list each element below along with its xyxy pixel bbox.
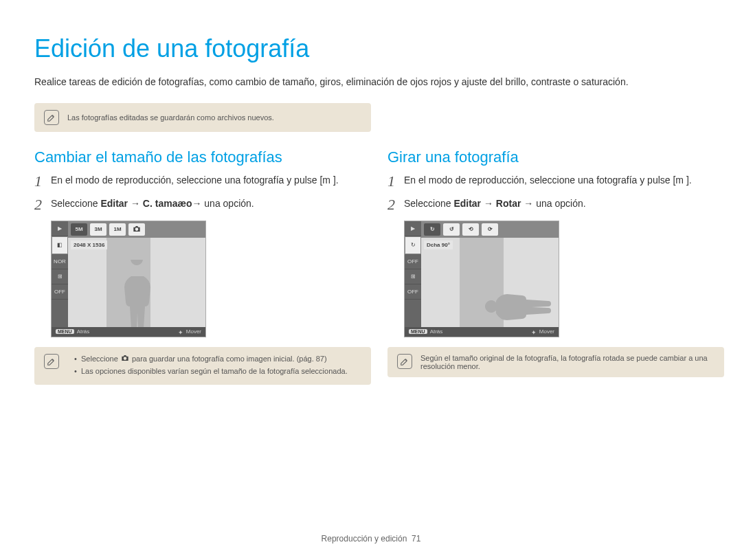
screen-footer: MENU Atrás Mover: [52, 327, 205, 337]
step-prefix: Seleccione: [51, 198, 100, 209]
note-item: Seleccione para guardar una fotografía c…: [74, 354, 348, 365]
action-label: C. tamaæo: [143, 198, 192, 209]
pencil-icon: [44, 110, 59, 125]
resize-section: Cambiar el tamaño de las fotografías 1 E…: [34, 148, 371, 401]
step-2-resize: 2 Seleccione Editar → C. tamaæo→ una opc…: [34, 197, 371, 213]
action-label: Rotar: [496, 198, 521, 209]
step-2-rotate: 2 Seleccione Editar → Rotar → una opción…: [387, 197, 724, 213]
page-number: 71: [412, 534, 420, 544]
step-text: Seleccione Editar → Rotar → una opción.: [404, 197, 724, 210]
play-icon: ▶: [52, 221, 68, 236]
note-suffix: para guardar una fotografía como imagen …: [130, 355, 327, 363]
step-suffix: una opción.: [204, 198, 254, 209]
footer-move: Mover: [174, 328, 205, 335]
note-text: Las fotografías editadas se guardarán co…: [67, 113, 274, 122]
pencil-icon: [397, 354, 412, 369]
camera-icon: [132, 225, 142, 234]
arrow-icon: →: [481, 198, 496, 209]
section-heading-rotate: Girar una fotografía: [387, 148, 724, 166]
adjust-icon: ⊞: [52, 269, 68, 284]
menu-badge: MENU: [409, 329, 427, 334]
person-silhouette: [116, 260, 157, 335]
step-number: 1: [34, 173, 51, 190]
page-footer: Reproducción y edición 71: [0, 534, 742, 544]
pencil-icon: [44, 354, 59, 369]
screen-topbar: ↻ ↺ ⟲ ⟳: [421, 221, 559, 238]
screen-body: [68, 238, 205, 327]
intro-text: Realice tareas de edición de fotografías…: [34, 76, 708, 88]
dpad-icon: [531, 329, 537, 335]
step-text: En el modo de reproducción, seleccione u…: [51, 173, 371, 187]
footer-move: Mover: [527, 328, 559, 335]
rotate-option: ⟲: [462, 223, 479, 236]
camera-screen-resize: ▶ ◧ NOR ⊞ OFF 5M 3M 1M 2048 X 1536: [51, 221, 206, 337]
off-icon: OFF: [405, 254, 421, 269]
rotation-label: Dcha 90°: [424, 240, 453, 249]
top-note: Las fotografías editadas se guardarán co…: [34, 103, 371, 132]
person-silhouette-rotated: [476, 286, 559, 327]
move-label: Mover: [186, 328, 201, 335]
resolution-label: 2048 X 1536: [71, 240, 107, 249]
resize-note: Seleccione para guardar una fotografía c…: [34, 347, 371, 385]
footer-back: MENU Atrás: [405, 328, 447, 335]
menu-badge: MENU: [56, 329, 74, 334]
arrow-icon: →: [128, 198, 143, 209]
step-1-resize: 1 En el modo de reproducción, seleccione…: [34, 173, 371, 190]
off-icon: OFF: [52, 284, 68, 300]
screen-sidebar: ▶ ↻ OFF ⊞ OFF: [405, 221, 421, 337]
arrow-icon: →: [521, 198, 536, 209]
rotate-note: Según el tamaño original de la fotografí…: [387, 347, 724, 377]
step-1-rotate: 1 En el modo de reproducción, seleccione…: [387, 173, 724, 190]
editar-label: Editar: [453, 198, 481, 209]
screen-topbar: 5M 3M 1M: [68, 221, 205, 238]
note-prefix: Seleccione: [81, 355, 120, 363]
page-title: Edición de una fotografía: [34, 34, 708, 63]
screen-body: [421, 238, 559, 327]
adjust-icon: ⊞: [405, 269, 421, 284]
rotate-icon: ↻: [405, 236, 421, 254]
rotate-option: ⟳: [482, 223, 498, 236]
step-prefix: Seleccione: [404, 198, 453, 209]
move-label: Mover: [539, 328, 554, 335]
back-label: Atrás: [430, 328, 443, 335]
camera-screen-rotate: ▶ ↻ OFF ⊞ OFF ↻ ↺ ⟲ ⟳ Dcha 90° MENU: [404, 221, 559, 337]
size-option-1m: 1M: [109, 223, 126, 236]
camera-icon: [120, 354, 130, 365]
section-heading-resize: Cambiar el tamaño de las fotografías: [34, 148, 371, 166]
step-number: 2: [387, 197, 404, 213]
rotate-section: Girar una fotografía 1 En el modo de rep…: [387, 148, 724, 401]
section-label: Reproducción y edición: [322, 534, 407, 544]
footer-back: MENU Atrás: [52, 328, 93, 335]
screen-footer: MENU Atrás Mover: [405, 327, 559, 337]
step-text: Seleccione Editar → C. tamaæo→ una opció…: [51, 197, 371, 210]
off-icon: OFF: [405, 284, 421, 300]
note-list: Seleccione para guardar una fotografía c…: [67, 354, 348, 379]
back-label: Atrás: [77, 328, 90, 335]
step-text: En el modo de reproducción, seleccione u…: [404, 173, 724, 187]
step-number: 1: [387, 173, 404, 190]
size-option-start: [128, 223, 145, 236]
rotate-option: ↺: [443, 223, 460, 236]
note-item: Las opciones disponibles varían según el…: [74, 366, 348, 377]
arrow-icon: →: [192, 198, 204, 209]
rotate-option: ↻: [424, 223, 440, 236]
step-number: 2: [34, 197, 51, 213]
screen-sidebar: ▶ ◧ NOR ⊞ OFF: [52, 221, 68, 337]
note-text: Según el tamaño original de la fotografí…: [420, 354, 715, 370]
size-option-5m: 5M: [71, 223, 87, 236]
size-option-3m: 3M: [90, 223, 106, 236]
play-icon: ▶: [405, 221, 421, 236]
step-suffix: una opción.: [536, 198, 585, 209]
nor-icon: NOR: [52, 254, 68, 269]
editar-label: Editar: [100, 198, 128, 209]
dpad-icon: [178, 329, 183, 335]
resize-icon: ◧: [52, 236, 68, 254]
